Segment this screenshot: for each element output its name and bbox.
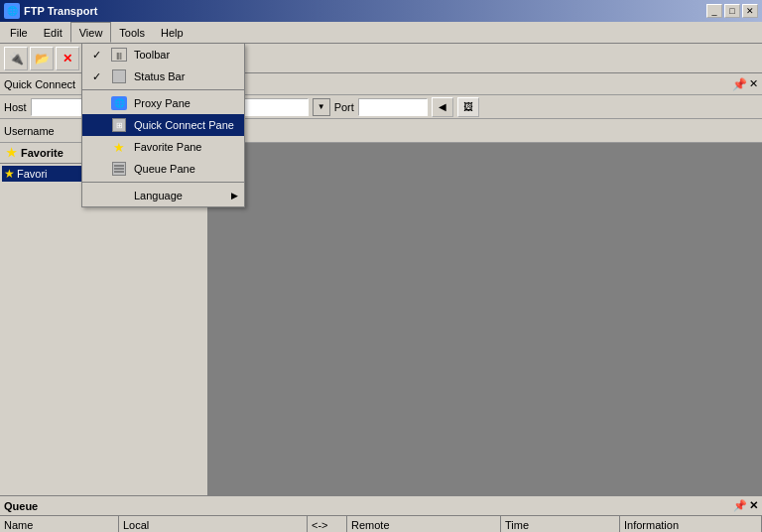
queue-panel: Queue 📌 ✕ Name Local <-> Remote Time Inf…: [0, 495, 762, 532]
favorite-star-icon: ★: [6, 146, 17, 160]
menu-bar: File Edit View Tools Help: [0, 22, 762, 44]
menu-tools[interactable]: Tools: [111, 22, 153, 43]
statusbar-menu-icon: [112, 69, 126, 83]
view-menu-favorite[interactable]: ★ Favorite Pane: [82, 136, 244, 158]
tree-star-icon: ★: [4, 167, 15, 181]
qc-controls: 📌 ✕: [732, 77, 758, 91]
queue-header-btns: 📌 ✕: [733, 499, 758, 512]
toolbar-item-label: Toolbar: [134, 49, 238, 61]
app-icon: 🌐: [4, 3, 20, 19]
proxy-icon: 🌐: [110, 95, 128, 111]
language-submenu-arrow: ▶: [231, 191, 238, 200]
proxy-item-label: Proxy Pane: [134, 97, 238, 109]
view-menu-proxy[interactable]: 🌐 Proxy Pane: [82, 92, 244, 114]
favorite-menu-icon: ★: [113, 140, 125, 155]
host-dropdown-btn[interactable]: ▼: [313, 98, 330, 116]
queue-col-name: Name: [0, 516, 119, 532]
qc-close-icon[interactable]: ✕: [749, 77, 758, 90]
queue-col-info: Information: [620, 516, 762, 532]
statusbar-checkmark: ✓: [92, 70, 101, 83]
queue-icon: [110, 161, 128, 177]
view-menu-toolbar[interactable]: ✓ ||| Toolbar: [82, 44, 244, 66]
title-bar-buttons: _ □ ✕: [706, 4, 758, 18]
statusbar-icon: [110, 68, 128, 84]
queue-line-1: [114, 165, 124, 167]
menu-help[interactable]: Help: [153, 22, 191, 43]
nav-back-btn[interactable]: ◀: [432, 97, 453, 117]
queue-col-local: Local: [119, 516, 308, 532]
toolbar-checkmark: ✓: [92, 49, 101, 62]
content-area: [208, 143, 762, 495]
quickconnect-menu-icon: ⊞: [112, 118, 126, 132]
toolbar-menu-icon: |||: [111, 48, 127, 62]
language-item-label: Language: [134, 190, 225, 201]
queue-pin-icon[interactable]: 📌: [733, 499, 747, 512]
title-bar-left: 🌐 FTP Transport: [4, 3, 97, 19]
toolbar-check: ✓: [88, 49, 104, 62]
nav-forward-btn[interactable]: 🖼: [457, 97, 479, 117]
menu-view[interactable]: View: [70, 22, 112, 43]
port-input[interactable]: [358, 98, 428, 116]
view-menu-queue[interactable]: Queue Pane: [82, 158, 244, 180]
port-label: Port: [334, 101, 354, 113]
menu-edit[interactable]: Edit: [36, 22, 70, 43]
toolbar-icon: |||: [110, 47, 128, 63]
queue-line-2: [114, 168, 124, 170]
host-label: Host: [4, 101, 27, 113]
menu-separator-1: [82, 89, 244, 90]
language-icon: [110, 188, 128, 203]
quickconnect-item-label: Quick Connect Pane: [134, 119, 238, 131]
queue-col-time: Time: [501, 516, 620, 532]
username-label: Username: [4, 125, 55, 137]
toolbar-btn-new[interactable]: 🔌: [4, 47, 28, 70]
toolbar-btn-open[interactable]: 📂: [30, 47, 54, 70]
toolbar-btn-close[interactable]: ✕: [56, 47, 79, 70]
queue-line-3: [114, 171, 124, 173]
statusbar-item-label: Status Bar: [134, 70, 238, 82]
favorite-item-label: Favorite Pane: [134, 141, 238, 153]
queue-item-label: Queue Pane: [134, 163, 238, 175]
minimize-button[interactable]: _: [706, 4, 722, 18]
statusbar-check: ✓: [88, 70, 104, 83]
queue-col-dir: <->: [308, 516, 347, 532]
queue-header: Queue 📌 ✕: [0, 496, 762, 516]
favorite-icon: ★: [110, 139, 128, 155]
view-dropdown-menu: ✓ ||| Toolbar ✓ Status Bar 🌐 Proxy Pane …: [81, 44, 245, 207]
tree-item-label: Favori: [17, 168, 48, 180]
menu-file[interactable]: File: [2, 22, 36, 43]
view-menu-statusbar[interactable]: ✓ Status Bar: [82, 66, 244, 87]
menu-separator-2: [82, 182, 244, 183]
maximize-button[interactable]: □: [724, 4, 740, 18]
queue-label: Queue: [4, 500, 38, 512]
close-button[interactable]: ✕: [742, 4, 758, 18]
qc-pin-icon[interactable]: 📌: [732, 77, 747, 91]
proxy-menu-icon: 🌐: [111, 96, 127, 110]
window-title: FTP Transport: [24, 5, 97, 17]
favorite-label: Favorite: [21, 147, 64, 159]
queue-table-header: Name Local <-> Remote Time Information: [0, 516, 762, 532]
queue-col-remote: Remote: [347, 516, 501, 532]
queue-menu-icon: [112, 162, 126, 176]
view-menu-quickconnect[interactable]: ⊞ Quick Connect Pane: [82, 114, 244, 136]
quick-connect-label: Quick Connect: [4, 78, 75, 90]
queue-close-icon[interactable]: ✕: [749, 499, 758, 512]
title-bar: 🌐 FTP Transport _ □ ✕: [0, 0, 762, 22]
view-menu-language[interactable]: Language ▶: [82, 185, 244, 206]
quickconnect-icon: ⊞: [110, 117, 128, 133]
